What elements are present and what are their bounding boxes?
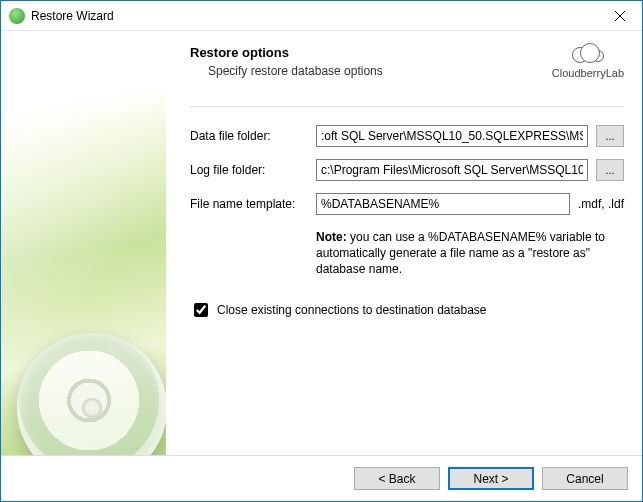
brand-name: CloudberryLab (552, 67, 624, 79)
close-icon (615, 11, 625, 21)
window-title: Restore Wizard (31, 9, 597, 23)
divider (190, 106, 624, 107)
back-button[interactable]: < Back (354, 467, 440, 490)
cloud-icon (570, 41, 606, 65)
browse-log-folder-button[interactable]: ... (596, 159, 624, 181)
template-note: Note: you can use a %DATABASENAME% varia… (316, 229, 624, 278)
restore-wizard-window: Restore Wizard CloudberryLab Restore opt… (0, 0, 643, 502)
wizard-sidebar (1, 31, 166, 455)
close-button[interactable] (597, 1, 642, 30)
titlebar: Restore Wizard (1, 1, 642, 31)
label-file-template: File name template: (190, 197, 308, 211)
cancel-button[interactable]: Cancel (542, 467, 628, 490)
note-label: Note: (316, 230, 347, 244)
browse-data-folder-button[interactable]: ... (596, 125, 624, 147)
close-connections-checkbox[interactable] (194, 303, 208, 317)
wizard-footer: < Back Next > Cancel (1, 455, 642, 501)
note-text: you can use a %DATABASENAME% variable to… (316, 230, 605, 276)
close-connections-label: Close existing connections to destinatio… (217, 303, 487, 317)
next-button[interactable]: Next > (448, 467, 534, 490)
input-log-folder[interactable] (316, 159, 588, 181)
disc-icon (17, 333, 166, 455)
label-data-folder: Data file folder: (190, 129, 308, 143)
app-icon (9, 8, 25, 24)
input-data-folder[interactable] (316, 125, 588, 147)
row-log-folder: Log file folder: ... (190, 159, 624, 181)
input-file-template[interactable] (316, 193, 570, 215)
brand-logo: CloudberryLab (552, 41, 624, 79)
row-file-template: File name template: .mdf, .ldf (190, 193, 624, 215)
close-connections-row[interactable]: Close existing connections to destinatio… (190, 300, 624, 320)
label-log-folder: Log file folder: (190, 163, 308, 177)
row-data-folder: Data file folder: ... (190, 125, 624, 147)
body: CloudberryLab Restore options Specify re… (1, 31, 642, 455)
template-suffix: .mdf, .ldf (578, 197, 624, 211)
main-panel: CloudberryLab Restore options Specify re… (166, 31, 642, 455)
